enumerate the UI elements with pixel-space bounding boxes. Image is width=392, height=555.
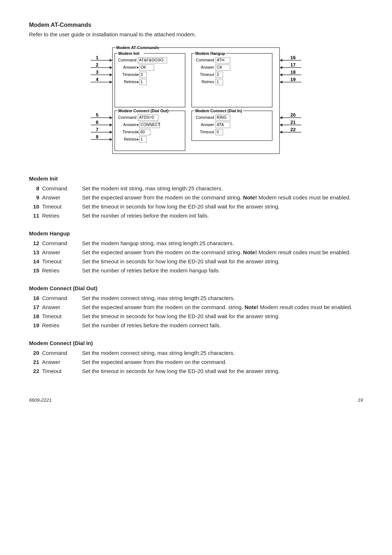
table-row: 21 Answer Set the expected answer from t…: [29, 357, 363, 366]
table-row: 19 Retries Set the number of retries bef…: [29, 321, 363, 330]
svg-text:Retries: Retries: [124, 137, 136, 141]
svg-text:Retries: Retries: [201, 80, 214, 84]
item-def: Set the modem connect string, max string…: [82, 293, 363, 303]
svg-marker-76: [110, 81, 113, 84]
svg-text:1: 1: [140, 80, 143, 84]
svg-text:1: 1: [217, 80, 219, 84]
svg-text:Modem Init: Modem Init: [118, 51, 139, 56]
table-row: 16 Command Set the modem connect string,…: [29, 293, 363, 303]
svg-text:22: 22: [290, 127, 295, 132]
item-def: Set the expected answer from the modem o…: [82, 248, 363, 257]
table-row: 12 Command Set the modem hangup string, …: [29, 239, 363, 248]
svg-marker-103: [279, 116, 282, 119]
svg-text:Command: Command: [196, 115, 214, 119]
item-term: Timeout: [42, 202, 82, 211]
item-term: Answer: [42, 357, 82, 366]
table-row: 10 Timeout Set the timeout in seconds fo…: [29, 202, 363, 211]
table-row: 14 Timeout Set the timeout in seconds fo…: [29, 257, 363, 266]
table-row: 13 Answer Set the expected answer from t…: [29, 248, 363, 257]
modem-dialin-section: Modem Connect (Dial In) 20 Command Set t…: [29, 340, 363, 376]
item-term: Retries: [42, 321, 82, 330]
svg-text:60: 60: [140, 130, 145, 134]
svg-marker-97: [279, 73, 282, 76]
item-def: Set the expected answer from the modem o…: [82, 357, 363, 366]
svg-text:AT&F&DOSO: AT&F&DOSO: [139, 58, 163, 62]
svg-text:3: 3: [96, 69, 98, 75]
svg-text:Command: Command: [118, 115, 136, 119]
modem-dialin-title: Modem Connect (Dial In): [29, 340, 363, 346]
modem-hangup-table: 12 Command Set the modem hangup string, …: [29, 239, 363, 275]
svg-marker-43: [137, 124, 139, 126]
svg-text:CK: CK: [217, 65, 222, 69]
modem-hangup-section: Modem Hangup 12 Command Set the modem ha…: [29, 230, 363, 275]
table-row: 17 Answer Set the expected answer from t…: [29, 303, 363, 312]
section-title: Modem AT-Commands: [29, 22, 363, 28]
item-def: Set the modem init string, max string le…: [82, 184, 363, 193]
svg-marker-47: [137, 131, 139, 133]
svg-text:17: 17: [290, 62, 295, 68]
modem-init-section: Modem Init 8 Command Set the modem init …: [29, 175, 363, 220]
svg-text:Answer: Answer: [123, 65, 136, 69]
svg-text:21: 21: [290, 119, 295, 125]
svg-text:5: 5: [96, 112, 98, 118]
intro-text: Refer to the user guide or installation …: [29, 31, 363, 37]
item-num: 20: [29, 348, 42, 357]
table-row: 20 Command Set the modem connect string,…: [29, 348, 363, 357]
svg-text:RING: RING: [217, 115, 227, 119]
svg-marker-79: [110, 116, 113, 119]
svg-text:19: 19: [290, 77, 295, 82]
item-term: Answer: [42, 248, 82, 257]
svg-marker-18: [137, 81, 139, 83]
table-row: 11 Retries Set the number of retries bef…: [29, 211, 363, 220]
footer-right: 19: [358, 397, 363, 403]
item-term: Command: [42, 184, 82, 193]
svg-text:16: 16: [290, 55, 295, 60]
item-num: 11: [29, 211, 42, 220]
svg-text:CONNECT: CONNECT: [140, 122, 160, 127]
svg-text:Timeout: Timeout: [200, 72, 214, 77]
table-row: 18 Timeout Set the timeout in seconds fo…: [29, 312, 363, 321]
modem-dialout-title: Modem Connect (Dial Out): [29, 285, 363, 291]
item-num: 10: [29, 202, 42, 211]
diagram-container: Modem AT-Commands Modem Init Command AT&…: [29, 45, 363, 158]
item-num: 15: [29, 266, 42, 275]
svg-text:1: 1: [140, 137, 143, 141]
item-def: Set the modem hangup string, max string …: [82, 239, 363, 248]
svg-marker-94: [279, 66, 282, 69]
svg-text:ATA: ATA: [217, 122, 224, 127]
svg-marker-100: [279, 81, 282, 84]
svg-text:8: 8: [96, 134, 98, 139]
item-def: Set the number of retries before the mod…: [82, 266, 363, 275]
svg-marker-10: [137, 66, 139, 69]
item-num: 13: [29, 248, 42, 257]
modem-hangup-title: Modem Hangup: [29, 230, 363, 236]
item-def: Set the number of retries before the mod…: [82, 211, 363, 220]
svg-text:Modem AT-Commands: Modem AT-Commands: [116, 45, 159, 50]
svg-text:Timeout: Timeout: [200, 130, 214, 134]
item-def: Set the timeout in seconds for how long …: [82, 312, 363, 321]
item-term: Retries: [42, 266, 82, 275]
item-num: 19: [29, 321, 42, 330]
svg-text:Timeout: Timeout: [122, 72, 136, 77]
svg-text:ATH: ATH: [217, 58, 224, 62]
svg-marker-82: [110, 123, 113, 126]
item-num: 22: [29, 366, 42, 376]
item-term: Command: [42, 348, 82, 357]
svg-text:Answer: Answer: [201, 122, 214, 127]
modem-dialout-table: 16 Command Set the modem connect string,…: [29, 293, 363, 330]
item-def: Set the expected answer from the modem o…: [82, 303, 363, 312]
svg-text:3: 3: [217, 72, 219, 77]
svg-text:Command: Command: [118, 58, 136, 62]
svg-text:3: 3: [140, 72, 143, 77]
table-row: 8 Command Set the modem init string, max…: [29, 184, 363, 193]
svg-text:18: 18: [290, 69, 295, 75]
svg-text:Answer: Answer: [123, 122, 136, 127]
table-row: 22 Timeout Set the timeout in seconds fo…: [29, 366, 363, 376]
svg-text:Modem Connect (Dial In): Modem Connect (Dial In): [195, 109, 242, 113]
modem-dialout-section: Modem Connect (Dial Out) 16 Command Set …: [29, 285, 363, 330]
svg-text:20: 20: [290, 112, 295, 118]
svg-marker-88: [110, 138, 113, 141]
item-num: 14: [29, 257, 42, 266]
item-term: Command: [42, 239, 82, 248]
svg-text:0: 0: [217, 130, 219, 134]
